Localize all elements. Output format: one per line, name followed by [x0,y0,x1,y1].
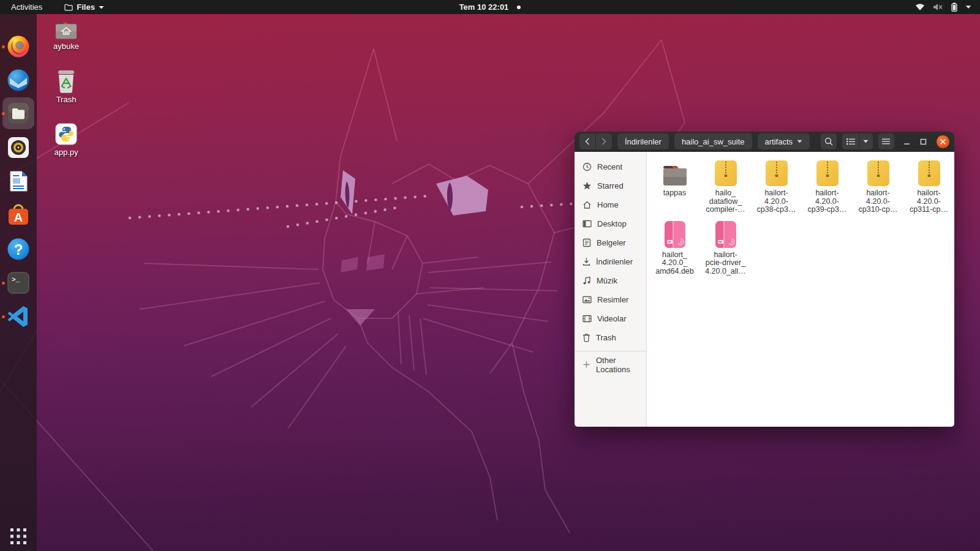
breadcrumb-indirilenler[interactable]: İndirilenler [617,133,669,149]
files-window: İndirilenler hailo_ai_sw_suite artifacts [575,132,954,427]
battery-icon [951,2,957,12]
sidebar-item-belgeler[interactable]: Belgeler [575,233,646,252]
trash-icon [582,333,590,342]
sidebar-item-label: Desktop [597,219,627,228]
file-item-hailort-cp39[interactable]: hailort- 4.20.0- cp39-cp3… [802,157,853,214]
file-view[interactable]: tappas hailo_ dataflow_ compiler-… [647,152,954,427]
wifi-icon [915,3,925,11]
file-label: hailort_ 4.20.0_ amd64.deb [655,251,694,276]
file-label: hailort- 4.20.0- cp310-cp… [859,189,898,214]
desktop-icon-app-py[interactable]: app.py [43,122,89,157]
chevron-down-icon [965,5,971,9]
sidebar-item-other-locations[interactable]: Other Locations [575,355,646,374]
star-icon [582,181,592,190]
view-options-button[interactable] [859,133,873,149]
close-button[interactable] [937,135,949,148]
zip-archive-icon [916,159,942,187]
home-icon [582,200,592,209]
window-header[interactable]: İndirilenler hailo_ai_sw_suite artifacts [575,132,954,152]
running-indicator [2,112,5,115]
desktop-icon-aybuke[interactable]: aybuke [43,20,89,51]
chevron-down-icon [797,140,802,143]
dock-item-terminal[interactable]: >_ [5,269,32,296]
dock-item-rhythmbox[interactable] [5,134,32,161]
sidebar-item-indirilenler[interactable]: İndirilenler [575,252,646,271]
close-icon [940,139,946,144]
sidebar-item-videolar[interactable]: Videolar [575,309,646,328]
breadcrumb-artifacts[interactable]: artifacts [758,133,810,149]
sidebar-item-label: Starred [597,181,624,190]
minimize-button[interactable] [903,138,910,145]
app-menu-files[interactable]: Files [64,2,104,12]
breadcrumb-label: İndirilenler [625,137,662,146]
files-icon [6,101,31,126]
sidebar-separator [575,351,646,351]
file-label: hailort- 4.20.0- cp38-cp3… [757,189,796,214]
svg-text:A: A [14,211,23,224]
maximize-button[interactable] [920,138,927,145]
desktop-icon [582,220,592,228]
vscode-icon [6,304,31,329]
search-button[interactable] [821,133,837,149]
breadcrumb-label: hailo_ai_sw_suite [682,137,745,146]
list-view-icon [846,138,855,145]
desktop: Activities Files Tem 10 22:01 [0,0,980,551]
file-item-hailort-cp310[interactable]: hailort- 4.20.0- cp310-cp… [853,157,903,214]
videos-icon [582,315,592,323]
dock-item-firefox[interactable] [5,33,32,60]
sidebar-item-recent[interactable]: Recent [575,157,646,176]
sidebar-item-muzik[interactable]: Müzik [575,271,646,290]
home-folder-icon [54,20,78,40]
sidebar-item-label: Belgeler [597,238,626,247]
dock-item-show-applications[interactable] [5,523,32,550]
file-item-hailort-pcie-driver-deb[interactable]: hailort- pcie-driver_ 4.20.0_all… [700,219,751,276]
file-item-hailort-cp38[interactable]: hailort- 4.20.0- cp38-cp3… [751,157,802,214]
app-menu-label: Files [77,2,95,12]
folder-icon [661,163,689,187]
documents-icon [582,238,591,247]
running-indicator [2,315,5,318]
sidebar-item-label: Trash [596,333,616,342]
chevron-down-icon [99,6,104,9]
forward-button[interactable] [595,133,611,149]
file-label: hailort- 4.20.0- cp311-cp… [910,189,948,214]
dock-item-ubuntu-software[interactable]: A [5,201,32,228]
sidebar-item-desktop[interactable]: Desktop [575,214,646,233]
app-grid-icon [9,527,28,546]
terminal-icon: >_ [7,271,30,294]
breadcrumb-hailo-ai-sw-suite[interactable]: hailo_ai_sw_suite [674,133,752,149]
zip-archive-icon [764,159,790,187]
menu-button[interactable] [878,133,894,149]
system-status-area[interactable] [915,2,980,12]
activities-button[interactable]: Activities [7,2,46,12]
file-item-tappas[interactable]: tappas [649,157,700,214]
desktop-icon-trash[interactable]: Trash [43,70,89,104]
desktop-icon-label: Trash [43,95,89,104]
breadcrumb: İndirilenler hailo_ai_sw_suite artifacts [617,133,810,149]
dock-item-thunderbird[interactable] [5,67,32,94]
running-indicator [2,45,5,48]
sidebar-item-home[interactable]: Home [575,195,646,214]
sidebar-item-label: Recent [597,162,622,171]
file-item-hailort-amd64-deb[interactable]: hailort_ 4.20.0_ amd64.deb [649,219,700,276]
sidebar-item-resimler[interactable]: Resimler [575,290,646,309]
dock-item-files[interactable] [2,97,34,129]
sidebar-item-trash[interactable]: Trash [575,328,646,347]
dock-item-vscode[interactable] [5,303,32,330]
sidebar-item-label: Other Locations [596,356,646,374]
minimize-icon [903,138,910,145]
zip-archive-icon [865,159,891,187]
sidebar-item-starred[interactable]: Starred [575,176,646,195]
plus-icon [582,361,590,369]
list-view-button[interactable] [842,133,858,149]
svg-text:?: ? [14,241,23,258]
sidebar-item-label: Resimler [597,295,628,304]
back-button[interactable] [579,133,595,149]
dock-item-help[interactable]: ? [5,236,32,263]
file-item-hailort-cp311[interactable]: hailort- 4.20.0- cp311-cp… [903,157,954,214]
clock[interactable]: Tem 10 22:01 [459,2,509,12]
dock-item-libreoffice-writer[interactable] [5,168,32,195]
dock: A ? >_ [0,14,37,551]
sidebar-item-label: Videolar [597,314,626,323]
file-item-hailo-dataflow-compiler[interactable]: hailo_ dataflow_ compiler-… [700,157,751,214]
